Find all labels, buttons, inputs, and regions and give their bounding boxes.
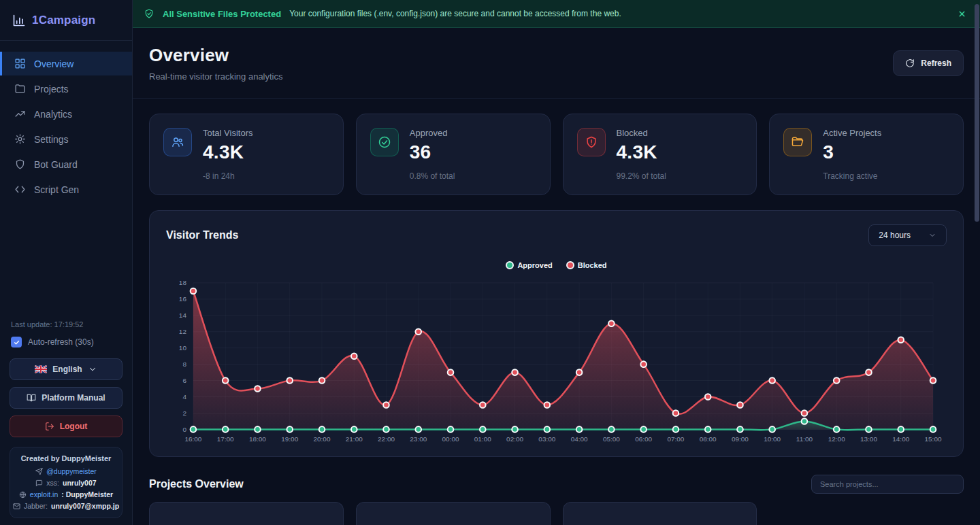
credits-title: Created by DuppyMeister [16, 454, 116, 462]
auto-refresh-label: Auto-refresh (30s) [28, 337, 94, 347]
main-area: All Sensitive Files Protected Your confi… [133, 0, 980, 525]
stat-label: Total Visitors [203, 128, 252, 138]
sidebar-item-script-gen[interactable]: Script Gen [0, 177, 132, 201]
language-select-button[interactable]: English [10, 358, 122, 380]
stat-card-total-visitors: Total Visitors 4.3K -8 in 24h [149, 114, 344, 195]
sidebar-item-analytics[interactable]: Analytics [0, 102, 132, 126]
projects-head: Projects Overview [149, 475, 964, 494]
refresh-label: Refresh [921, 58, 951, 68]
contact-value: unruly007 [63, 479, 97, 487]
sidebar-nav: OverviewProjectsAnalyticsSettingsBot Gua… [0, 41, 132, 203]
gear-icon [14, 133, 26, 145]
globe-icon [19, 491, 27, 498]
logout-button[interactable]: Logout [10, 416, 122, 437]
sidebar-item-settings[interactable]: Settings [0, 127, 132, 151]
shield-check-icon [144, 8, 154, 19]
contact-link[interactable]: exploit.in [30, 490, 58, 498]
svg-text:4: 4 [182, 393, 186, 401]
bar-chart-icon [12, 14, 26, 27]
svg-text:18: 18 [179, 279, 187, 286]
project-card[interactable] [149, 502, 344, 525]
projects-overview-title: Projects Overview [149, 478, 244, 490]
stat-label: Blocked [617, 128, 657, 138]
credits-contact[interactable]: @duppymeister [16, 467, 116, 475]
project-card[interactable] [356, 502, 551, 525]
svg-text:17:00: 17:00 [217, 435, 234, 443]
trending-icon [14, 108, 26, 120]
stat-icon-tile [163, 128, 192, 156]
svg-text:8: 8 [182, 360, 186, 368]
time-range-value: 24 hours [879, 231, 911, 240]
check-icon [13, 339, 20, 346]
svg-text:04:00: 04:00 [571, 435, 588, 443]
page-header: Overview Real-time visitor tracking anal… [133, 28, 980, 99]
svg-text:11:00: 11:00 [796, 435, 813, 443]
stat-icon-tile [783, 128, 812, 156]
stat-label: Approved [410, 128, 448, 138]
legend-dot [506, 261, 514, 269]
sidebar-item-label: Overview [34, 58, 74, 69]
legend-label: Blocked [578, 261, 607, 269]
refresh-button[interactable]: Refresh [893, 50, 964, 76]
banner-title: All Sensitive Files Protected [163, 9, 281, 19]
sidebar-item-overview[interactable]: Overview [0, 52, 132, 75]
legend-label: Approved [517, 261, 552, 269]
svg-text:03:00: 03:00 [538, 435, 555, 443]
svg-text:09:00: 09:00 [732, 435, 749, 443]
time-range-select[interactable]: 24 hours [868, 224, 947, 246]
search-projects-input[interactable] [811, 475, 964, 494]
svg-text:16:00: 16:00 [184, 435, 201, 443]
sidebar-item-projects[interactable]: Projects [0, 77, 132, 101]
stat-icon-tile [370, 128, 399, 156]
svg-text:05:00: 05:00 [603, 435, 620, 443]
shieldalert-icon [585, 135, 598, 149]
svg-text:14:00: 14:00 [892, 435, 909, 443]
visitor-trends-panel: Visitor Trends 24 hours Approved Blocked… [149, 210, 964, 457]
banner-close-button[interactable] [955, 7, 969, 21]
stat-card-approved: Approved 36 0.8% of total [356, 114, 551, 195]
svg-text:23:00: 23:00 [410, 435, 427, 443]
contact-link[interactable]: @duppymeister [46, 467, 97, 475]
project-card[interactable] [563, 502, 757, 525]
content: Total Visitors 4.3K -8 in 24h Approved 3… [133, 99, 980, 525]
uk-flag-icon [35, 365, 47, 373]
chart-legend: Approved Blocked [166, 261, 947, 269]
stat-label: Active Projects [823, 128, 881, 138]
line-chart-svg: 02468101214161816:0017:0018:0019:0020:00… [166, 273, 947, 444]
brand-name: 1Campaign [32, 14, 95, 27]
svg-text:20:00: 20:00 [314, 435, 331, 443]
sidebar-item-label: Bot Guard [34, 159, 78, 170]
credits-contact[interactable]: exploit.in: DuppyMeister [16, 490, 116, 498]
platform-manual-button[interactable]: Platform Manual [10, 387, 122, 409]
chevron-down-icon [928, 231, 936, 239]
legend-item-approved[interactable]: Approved [506, 261, 552, 269]
message-icon [35, 479, 43, 487]
auto-refresh-toggle[interactable]: Auto-refresh (30s) [11, 337, 121, 348]
credits-contact: xss:unruly007 [16, 479, 116, 487]
stat-card-blocked: Blocked 4.3K 99.2% of total [563, 114, 757, 195]
svg-text:06:00: 06:00 [635, 435, 652, 443]
stat-value: 3 [823, 141, 881, 163]
svg-text:01:00: 01:00 [474, 435, 491, 443]
svg-text:22:00: 22:00 [378, 435, 395, 443]
close-icon [958, 10, 966, 18]
logout-label: Logout [60, 422, 88, 431]
sidebar-item-bot-guard[interactable]: Bot Guard [0, 152, 132, 176]
svg-text:15:00: 15:00 [925, 435, 942, 443]
stat-subtext: -8 in 24h [203, 171, 329, 181]
code-icon [14, 184, 26, 195]
stat-subtext: 0.8% of total [410, 171, 536, 181]
scrollbar-thumb[interactable] [975, 4, 979, 222]
sidebar-item-label: Analytics [34, 109, 72, 120]
platform-manual-label: Platform Manual [42, 393, 105, 403]
auto-refresh-checkbox[interactable] [11, 337, 22, 348]
stat-card-active-projects: Active Projects 3 Tracking active [769, 114, 964, 195]
stat-value: 4.3K [203, 141, 252, 163]
contact-value: unruly007@xmpp.jp [51, 502, 119, 510]
legend-item-blocked[interactable]: Blocked [566, 261, 607, 269]
svg-text:10: 10 [179, 344, 187, 352]
contact-prefix: Jabber: [24, 502, 48, 510]
sidebar-item-label: Script Gen [34, 184, 79, 195]
contact-value: : DuppyMeister [61, 490, 113, 498]
svg-text:07:00: 07:00 [667, 435, 684, 443]
